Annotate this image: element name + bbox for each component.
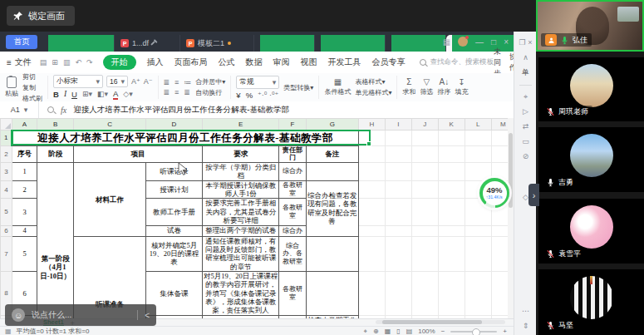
- participant-tile[interactable]: 吉勇: [538, 127, 644, 192]
- zoom-formula-icon[interactable]: [47, 106, 54, 113]
- properties-icon[interactable]: ⌖: [524, 93, 528, 101]
- align-left-icon[interactable]: ≣: [164, 88, 170, 96]
- menu-tab-dev-tools[interactable]: 开发工具: [328, 57, 361, 68]
- tab-1-df[interactable]: P 1...df: [115, 35, 180, 52]
- close-button[interactable]: ×: [504, 37, 509, 47]
- cell-item[interactable]: 教师工作手册: [146, 199, 203, 225]
- pane-restore-icon[interactable]: ❐ ×: [519, 39, 533, 47]
- spreadsheet-grid[interactable]: A B C D E F G H I J K L M 1 迎接人才培养工作水平评估…: [0, 118, 515, 318]
- menu-tab-review[interactable]: 审阅: [273, 57, 290, 68]
- cell-group-material[interactable]: 材料工作: [74, 163, 146, 237]
- header-note[interactable]: 备注: [306, 145, 358, 163]
- borders-icon[interactable]: ⊞▾: [82, 90, 92, 100]
- normal-view-icon[interactable]: ▦: [385, 328, 391, 335]
- lock-screen-button[interactable]: 锁定画面: [7, 6, 75, 26]
- bold-button[interactable]: B: [53, 90, 59, 100]
- filter-button[interactable]: ▽筛选: [420, 78, 433, 96]
- zoom-slider[interactable]: [450, 331, 497, 333]
- pane-collapse-icon[interactable]: ∧: [523, 54, 528, 62]
- account-avatar-icon[interactable]: [458, 37, 468, 47]
- swap-icon[interactable]: ⇄: [523, 123, 529, 131]
- camera-view-icon[interactable]: ⌖: [363, 328, 367, 335]
- font-color-icon[interactable]: A: [113, 90, 118, 100]
- zoom-in-button[interactable]: +: [503, 328, 507, 335]
- apps-grid-icon[interactable]: ▦: [443, 37, 450, 47]
- conditional-format-button[interactable]: ▦ 条件格式: [324, 78, 351, 96]
- header-item[interactable]: 项目: [74, 145, 203, 163]
- fill-color-icon[interactable]: ◧▾: [97, 90, 108, 100]
- font-size-select[interactable]: 16▾: [106, 76, 128, 87]
- column-header[interactable]: I: [385, 119, 411, 131]
- align-center-icon[interactable]: ≡: [175, 88, 179, 96]
- emoji-icon[interactable]: ☺: [12, 308, 25, 322]
- menu-tab-view[interactable]: 视图: [301, 57, 317, 68]
- cell-seq[interactable]: 5: [12, 236, 37, 271]
- cell-item[interactable]: 试卷: [146, 225, 203, 236]
- cell-note[interactable]: [306, 236, 358, 271]
- wrap-text-button[interactable]: 自动换行: [195, 88, 222, 97]
- tab-template2[interactable]: P 模板二1: [180, 35, 254, 52]
- panel-icon[interactable]: ▭: [522, 138, 529, 145]
- cell-note[interactable]: [306, 163, 358, 181]
- column-header[interactable]: D: [146, 119, 203, 131]
- column-header[interactable]: H: [358, 119, 385, 131]
- formula-value[interactable]: 迎接人才培养工作水平评估四月份工作任务分解表-基础教学部: [73, 105, 289, 116]
- row-header[interactable]: 3: [1, 163, 12, 181]
- participant-tile[interactable]: 周琪老师: [538, 57, 644, 121]
- cell-seq[interactable]: 2: [12, 180, 37, 199]
- header-seq[interactable]: 序号: [12, 145, 37, 163]
- paste-button[interactable]: 粘贴: [5, 76, 18, 98]
- cell-seq[interactable]: 3: [12, 199, 37, 225]
- column-header[interactable]: K: [438, 119, 465, 131]
- number-format-select[interactable]: 常规▾: [236, 76, 279, 89]
- column-header[interactable]: L: [465, 119, 491, 131]
- network-usage-badge[interactable]: 49% ↑31.4K/s: [479, 178, 509, 208]
- zoom-out-button[interactable]: −: [441, 328, 445, 335]
- align-top-icon[interactable]: ≣: [164, 78, 170, 86]
- column-header[interactable]: G: [306, 119, 358, 131]
- horizontal-scrollbar-thumb[interactable]: [382, 320, 482, 324]
- decimal-icons[interactable]: ⁺·⁰ ·⁰⁺: [258, 91, 278, 100]
- menu-tab-home[interactable]: 开始: [103, 55, 136, 70]
- percent-format-icon[interactable]: %: [246, 91, 253, 100]
- cell-dept[interactable]: 综合办: [279, 163, 306, 181]
- menu-tab-formulas[interactable]: 公式: [219, 57, 235, 68]
- more-options-icon[interactable]: ⋯: [522, 308, 529, 315]
- row-header[interactable]: 4: [1, 180, 12, 199]
- collapse-chat-icon[interactable]: <: [145, 311, 150, 320]
- column-header[interactable]: A: [12, 119, 37, 131]
- clear-format-icon[interactable]: ◇▾: [123, 90, 132, 100]
- home-tab[interactable]: 首页: [6, 35, 37, 49]
- merge-center-button[interactable]: 合并居中▾: [195, 77, 225, 86]
- column-header[interactable]: C: [74, 119, 146, 131]
- cell-req[interactable]: 对5月19、20日上课课程的教学内容开展研讨，并填写《集体备课记录表》，形成集体…: [202, 271, 278, 315]
- menu-tab-member[interactable]: 会员专享: [372, 57, 406, 68]
- command-search[interactable]: 查找命令、搜索模板: [420, 57, 494, 67]
- cell-item[interactable]: 核对并确定5月19、20日的课程表: [146, 236, 203, 271]
- row-header[interactable]: 1: [1, 131, 12, 146]
- tab-gaobie-speech[interactable]: S 告别演讲: [315, 35, 386, 52]
- cell-req[interactable]: 按要求完善工作手册相关内容，尤其是试卷分析要写详细: [202, 199, 278, 225]
- participant-tile[interactable]: 袁雪平: [538, 199, 644, 264]
- chat-placeholder[interactable]: 说点什么...: [32, 309, 130, 321]
- diamond-icon[interactable]: ◇: [523, 194, 528, 201]
- column-header[interactable]: F: [279, 119, 306, 131]
- decrease-font-icon[interactable]: A⁻: [144, 77, 153, 86]
- align-middle-icon[interactable]: ≡: [175, 78, 179, 86]
- copy-button[interactable]: 复制: [22, 83, 42, 92]
- menu-tab-insert[interactable]: 插入: [147, 57, 164, 68]
- cell-note[interactable]: [306, 271, 358, 315]
- vertical-scrollbar-thumb[interactable]: [509, 133, 513, 208]
- sort-button[interactable]: A↓排序: [437, 78, 450, 96]
- minimize-button[interactable]: —: [475, 37, 484, 47]
- cell-seq[interactable]: 4: [12, 225, 37, 236]
- cell-note-merged[interactable]: 综合办检查若发现有问题，各教研室及时配合完善: [306, 180, 358, 236]
- block-icon[interactable]: ⊘: [523, 153, 529, 160]
- align-right-icon[interactable]: ≣: [184, 88, 190, 96]
- fx-icon[interactable]: fx: [61, 106, 66, 115]
- page-break-view-icon[interactable]: ▤: [406, 328, 413, 335]
- play-icon[interactable]: ▷: [523, 108, 528, 116]
- cut-button[interactable]: 剪切: [22, 72, 42, 81]
- table-title-cell[interactable]: 迎接人才培养工作水平评估四月份工作任务分解表-基础教学部: [12, 131, 358, 146]
- cell-req[interactable]: 通知任课教师核对，有问题及时反馈部门，教研室梳理出可能被听课的章节: [202, 236, 278, 271]
